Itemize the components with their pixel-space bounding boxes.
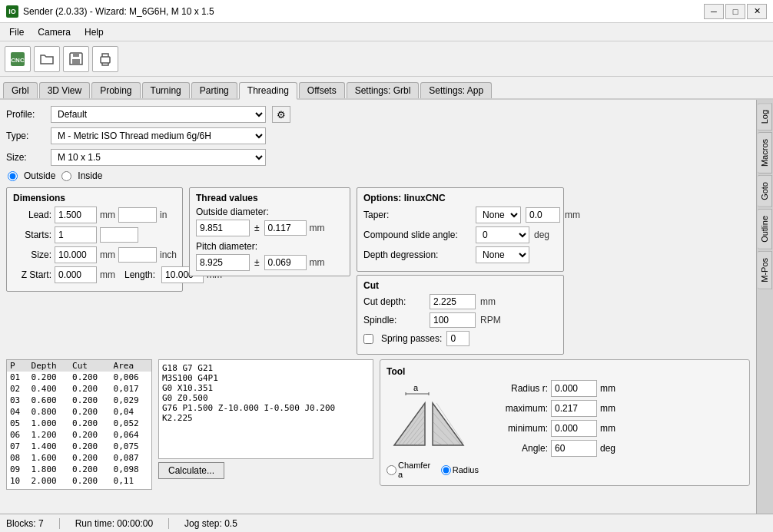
sidebar-macros[interactable]: Macros	[758, 132, 772, 173]
tab-parting[interactable]: Parting	[191, 82, 237, 98]
starts-label: Starts:	[13, 230, 51, 240]
zstart-row: Z Start: mm Length: mm	[13, 266, 176, 283]
pass-table-scroll[interactable]: P Depth Cut Area 010.2000.2000,006020.40…	[6, 359, 152, 490]
outside-diameter-input[interactable]	[196, 220, 250, 236]
depth-degression-label: Depth degression:	[363, 249, 471, 260]
toolbar-save-button[interactable]	[63, 46, 89, 72]
tool-title: Tool	[386, 366, 743, 377]
menu-camera[interactable]: Camera	[32, 25, 77, 39]
cut-depth-label: Cut depth:	[363, 296, 425, 307]
starts-input[interactable]	[55, 226, 97, 243]
lead-input[interactable]	[55, 207, 97, 223]
size-label: Size:	[6, 152, 45, 163]
lead-in-unit: in	[160, 210, 167, 220]
gcode-line: G0 Z0.500	[162, 393, 370, 403]
lead-unit: mm	[100, 210, 115, 220]
menu-help[interactable]: Help	[78, 25, 110, 39]
size-row: Size: M 10 x 1.5	[6, 149, 750, 166]
app-icon: IO	[6, 5, 18, 18]
menu-file[interactable]: File	[3, 25, 30, 39]
size-dim-unit: mm	[100, 249, 115, 260]
lead-in-input[interactable]	[118, 207, 157, 223]
pitch-diameter-input[interactable]	[196, 254, 250, 271]
cut-depth-input[interactable]	[430, 294, 476, 309]
minimum-input[interactable]	[551, 420, 597, 437]
calculate-button[interactable]: Calculate...	[158, 462, 224, 479]
maximum-input[interactable]	[551, 400, 597, 417]
outside-tol-input[interactable]	[264, 220, 307, 236]
svg-rect-4	[101, 57, 110, 63]
compound-select[interactable]: 0	[476, 226, 529, 243]
tool-radio-group: Chamfer a Radius	[386, 461, 479, 479]
bottom-area: P Depth Cut Area 010.2000.2000,006020.40…	[6, 359, 750, 490]
spring-passes-input[interactable]	[446, 331, 469, 346]
tab-threading[interactable]: Threading	[239, 82, 297, 100]
size-inch-input[interactable]	[118, 247, 157, 263]
outside-pm-label: ±	[254, 223, 260, 233]
chamfer-radio-label[interactable]: Chamfer a	[386, 461, 435, 479]
radius-r-input[interactable]	[551, 380, 597, 397]
cut-title: Cut	[363, 280, 557, 291]
zstart-input[interactable]	[55, 266, 97, 283]
sidebar-goto[interactable]: Goto	[758, 175, 772, 207]
chamfer-radio[interactable]	[386, 465, 396, 475]
compound-unit: deg	[534, 230, 549, 240]
table-row: 040.8000.2000,04	[7, 406, 151, 418]
maximize-button[interactable]: □	[725, 4, 745, 19]
gcode-panel: G18 G7 G21M3S100 G4P1G0 X10.351G0 Z0.500…	[158, 359, 373, 490]
taper-value-input[interactable]	[526, 207, 560, 223]
size-dim-input[interactable]	[55, 246, 97, 263]
svg-rect-2	[73, 53, 79, 57]
minimum-row: minimum: mm	[486, 420, 743, 437]
outside-unit: mm	[310, 223, 325, 233]
size-select[interactable]: M 10 x 1.5	[51, 149, 266, 166]
right-sidebar: Log Macros Goto Outline M-Pos	[756, 100, 773, 514]
toolbar-open-button[interactable]	[34, 46, 60, 72]
col-cut: Cut	[69, 360, 110, 372]
inside-radio[interactable]	[61, 171, 71, 181]
toolbar-cnc-button[interactable]: CNC	[5, 46, 31, 72]
radius-r-unit: mm	[600, 383, 615, 394]
angle-input[interactable]	[551, 440, 597, 457]
profile-select[interactable]: Default	[51, 106, 266, 123]
tab-3dview[interactable]: 3D View	[39, 82, 90, 98]
minimum-unit: mm	[600, 423, 615, 434]
col-area: Area	[111, 360, 151, 372]
radius-radio[interactable]	[441, 465, 451, 475]
taper-unit: mm	[565, 210, 580, 220]
tab-turning[interactable]: Turning	[142, 82, 190, 98]
close-button[interactable]: ✕	[747, 4, 767, 19]
status-sep-1	[59, 518, 60, 529]
svg-text:CNC: CNC	[11, 57, 25, 64]
thread-values-section: Thread values Outside diameter: ± mm Pit…	[189, 187, 350, 276]
profile-gear-button[interactable]: ⚙	[272, 106, 290, 123]
spring-passes-checkbox[interactable]	[363, 334, 373, 344]
svg-rect-3	[72, 59, 80, 64]
tab-probing[interactable]: Probing	[91, 82, 140, 98]
size-dim-row: Size: mm inch	[13, 246, 176, 263]
type-select[interactable]: M - Metric ISO Thread medium 6g/6H	[51, 127, 266, 144]
spindle-input[interactable]	[430, 312, 476, 328]
sidebar-outline[interactable]: Outline	[758, 209, 772, 249]
toolbar-print-button[interactable]	[92, 46, 118, 72]
sidebar-mpos[interactable]: M-Pos	[758, 251, 772, 289]
tab-grbl[interactable]: Grbl	[3, 82, 38, 98]
svg-marker-9	[394, 403, 425, 445]
tab-settings-app[interactable]: Settings: App	[420, 82, 492, 98]
spindle-unit: RPM	[480, 315, 501, 325]
tab-settings-grbl[interactable]: Settings: Grbl	[347, 82, 420, 98]
outside-radio[interactable]	[8, 171, 18, 181]
cnc-icon: CNC	[9, 51, 26, 68]
starts-extra-input[interactable]	[100, 227, 138, 243]
titlebar: IO Sender (2.0.33) - Wizard: M_6G6H, M 1…	[0, 0, 773, 23]
sidebar-log[interactable]: Log	[758, 103, 772, 131]
tabbar: Grbl 3D View Probing Turning Parting Thr…	[0, 77, 773, 100]
statusbar: Blocks: 7 Run time: 00:00:00 Jog step: 0…	[0, 514, 773, 532]
taper-select[interactable]: None	[476, 207, 521, 223]
thread-values-title: Thread values	[196, 193, 343, 203]
pitch-tol-input[interactable]	[264, 255, 307, 270]
minimize-button[interactable]: ─	[704, 4, 724, 19]
tab-offsets[interactable]: Offsets	[299, 82, 345, 98]
depth-select[interactable]: None	[476, 246, 529, 263]
radius-radio-label[interactable]: Radius	[441, 461, 479, 479]
